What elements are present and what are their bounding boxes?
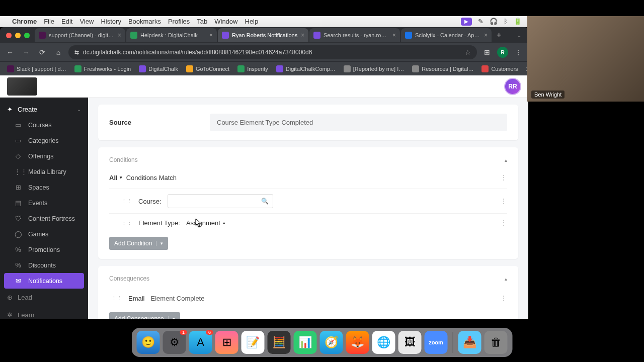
close-window-button[interactable] <box>6 33 12 38</box>
drag-handle-icon[interactable]: ⋮⋮ <box>111 295 122 302</box>
bluetooth-icon[interactable]: ᛒ <box>504 18 508 25</box>
facetime-menubar-icon[interactable]: ▶ <box>461 18 472 26</box>
home-button[interactable]: ⌂ <box>52 46 64 58</box>
new-tab-button[interactable]: + <box>493 31 505 40</box>
row-menu-icon[interactable]: ⋮ <box>500 173 507 182</box>
extensions-icon[interactable]: ⊞ <box>481 46 493 58</box>
menu-edit[interactable]: Edit <box>61 18 72 25</box>
sidebar-section-lead[interactable]: ⊕Lead <box>0 289 88 306</box>
dock-trash-icon[interactable]: 🗑 <box>485 331 508 354</box>
search-icon[interactable]: 🔍 <box>261 198 269 205</box>
dock-settings-icon[interactable]: ⚙1 <box>163 331 186 354</box>
minimize-window-button[interactable] <box>15 33 21 38</box>
dock-numbers-icon[interactable]: 📊 <box>294 331 317 354</box>
course-search-input[interactable] <box>172 198 261 205</box>
drag-handle-icon[interactable]: ⋮⋮ <box>121 198 132 205</box>
headphones-icon[interactable]: 🎧 <box>490 18 498 25</box>
bookmark-digitalchalk[interactable]: DigitalChalk <box>136 65 181 72</box>
tab-search-results[interactable]: Search results - ryan.rober… × <box>309 28 400 42</box>
course-search-field[interactable]: 🔍 <box>168 194 273 208</box>
sidebar-item-games[interactable]: ◯Games <box>0 226 88 242</box>
reload-button[interactable]: ⟳ <box>36 46 48 58</box>
menu-history[interactable]: History <box>101 18 121 25</box>
sidebar-item-discounts[interactable]: %Discounts <box>0 257 88 273</box>
sidebar-item-content-fortress[interactable]: 🛡Content Fortress <box>0 211 88 226</box>
user-avatar[interactable]: RR <box>504 78 521 95</box>
sidebar-item-notifications[interactable]: ✉Notifications <box>4 273 84 289</box>
bookmark-slack[interactable]: Slack | support | d… <box>4 65 69 72</box>
dock-appstore-icon[interactable]: A6 <box>189 331 212 354</box>
sidebar-item-categories[interactable]: ▭Categories <box>0 133 88 148</box>
bookmark-freshworks[interactable]: Freshworks - Login <box>71 65 134 72</box>
tab-title: Sciolytix - Calendar - April 2… <box>415 32 481 38</box>
row-menu-icon[interactable]: ⋮ <box>500 294 507 302</box>
drag-handle-icon[interactable]: ⋮⋮ <box>121 220 132 226</box>
tab-calendar[interactable]: Sciolytix - Calendar - April 2… × <box>401 28 492 42</box>
sidebar-create[interactable]: ✦ Create ⌄ <box>0 102 88 117</box>
close-tab-icon[interactable]: × <box>301 32 304 39</box>
tab-dropdown-icon[interactable]: ⌄ <box>513 33 525 38</box>
close-tab-icon[interactable]: × <box>392 32 396 39</box>
bookmark-resources[interactable]: Resources | Digital… <box>409 65 476 72</box>
bookmark-gotoconnect[interactable]: GoToConnect <box>183 65 232 72</box>
dock-calculator-icon[interactable]: 🧮 <box>268 331 291 354</box>
bookmark-customers[interactable]: Customers <box>478 65 521 72</box>
zoom-window-button[interactable] <box>24 33 30 38</box>
bookmark-insperity[interactable]: Insperity <box>234 65 271 72</box>
sidebar-item-media-library[interactable]: ⋮⋮Media Library <box>0 164 88 179</box>
menu-tab[interactable]: Tab <box>197 18 207 25</box>
element-type-dropdown[interactable]: Assignment ▴ <box>186 219 225 227</box>
menu-file[interactable]: File <box>44 18 54 25</box>
menu-profiles[interactable]: Profiles <box>168 18 190 25</box>
row-menu-icon[interactable]: ⋮ <box>500 197 507 205</box>
battery-icon[interactable]: 🔋 <box>514 18 522 25</box>
sidebar-item-offerings[interactable]: ◇Offerings <box>0 148 88 164</box>
menu-view[interactable]: View <box>79 18 94 25</box>
menu-window[interactable]: Window <box>214 18 237 25</box>
add-condition-button[interactable]: Add Condition ▾ <box>109 237 168 250</box>
close-tab-icon[interactable]: × <box>118 32 121 39</box>
sidebar-item-courses[interactable]: ▭Courses <box>0 117 88 133</box>
dock-preview-icon[interactable]: 🖼 <box>398 331 422 354</box>
sidebar-item-spaces[interactable]: ⊞Spaces <box>0 179 88 195</box>
forward-button[interactable]: → <box>20 46 32 58</box>
chrome-menu-icon[interactable]: ⋮ <box>512 46 524 58</box>
match-all-dropdown[interactable]: All ▾ <box>109 174 122 182</box>
menu-help[interactable]: Help <box>245 18 259 25</box>
sidebar-item-events[interactable]: ▤Events <box>0 195 88 211</box>
tab-notifications[interactable]: Ryan Roberts Notifications × <box>218 28 308 42</box>
bookmark-favicon-icon <box>139 65 146 72</box>
conditions-title: Conditions <box>109 156 138 163</box>
main-content[interactable]: Source Course Element Type Completed Con… <box>88 98 528 319</box>
dock-downloads-icon[interactable]: 📥 <box>458 331 481 354</box>
collapse-icon[interactable]: ▴ <box>505 157 507 163</box>
tab-helpdesk[interactable]: Helpdesk : DigitalChalk × <box>126 28 217 42</box>
dock-firefox-icon[interactable]: 🦊 <box>346 331 369 354</box>
sidebar-section-learn[interactable]: ✲Learn <box>0 306 88 319</box>
bookmark-reported[interactable]: [Reported by me] I… <box>341 65 408 72</box>
dock-chrome-icon[interactable]: 🌐 <box>372 331 395 354</box>
condition-row-course: ⋮⋮ Course: 🔍 ⋮ <box>109 189 507 213</box>
menu-bookmarks[interactable]: Bookmarks <box>128 18 161 25</box>
dock-zoom-icon[interactable]: zoom <box>425 331 448 354</box>
collapse-icon[interactable]: ▴ <box>505 276 507 282</box>
bookmark-label: Insperity <box>247 66 268 72</box>
close-tab-icon[interactable]: × <box>209 32 213 39</box>
app-logo[interactable] <box>7 77 37 96</box>
dock-finder-icon[interactable]: 🙂 <box>137 331 160 354</box>
close-tab-icon[interactable]: × <box>484 32 488 39</box>
add-consequence-button[interactable]: Add Consequence ▾ <box>109 312 180 319</box>
back-button[interactable]: ← <box>4 46 16 58</box>
profile-avatar-button[interactable]: R <box>497 47 508 58</box>
tab-support[interactable]: support (Channel) - digitalc… × <box>35 28 125 42</box>
dock-launchpad-icon[interactable]: ⊞ <box>215 331 238 354</box>
dock-notes-icon[interactable]: 📝 <box>242 331 265 354</box>
bookmark-star-icon[interactable]: ☆ <box>465 49 471 56</box>
pencil-icon[interactable]: ✎ <box>478 18 484 25</box>
address-bar[interactable]: ⇆ dc.digitalchalk.com/notifications/mail… <box>68 45 477 59</box>
bookmark-dccomp[interactable]: DigitalChalkComp… <box>273 65 339 72</box>
row-menu-icon[interactable]: ⋮ <box>500 219 507 227</box>
dock-safari-icon[interactable]: 🧭 <box>320 331 343 354</box>
menu-app-name[interactable]: Chrome <box>12 18 37 25</box>
sidebar-item-promotions[interactable]: %Promotions <box>0 242 88 257</box>
